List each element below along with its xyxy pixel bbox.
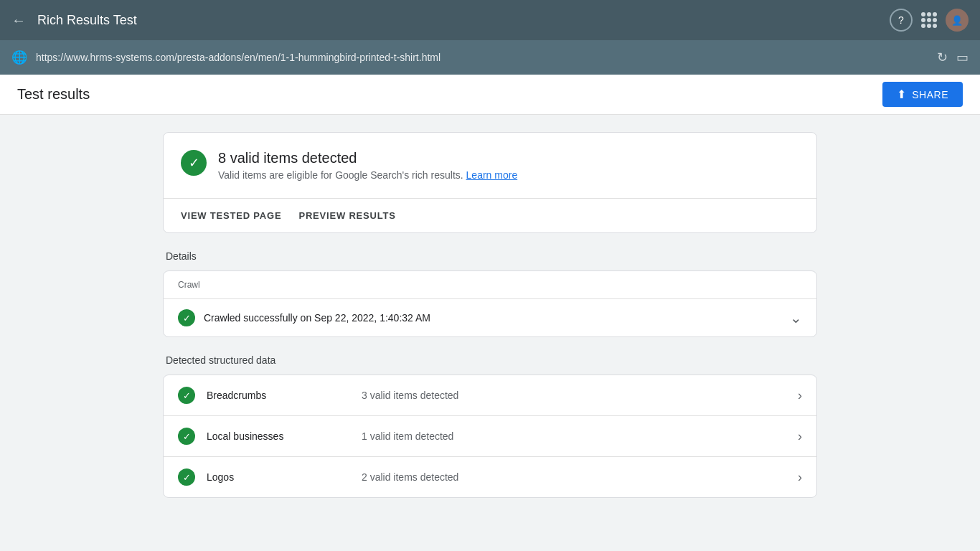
back-button[interactable]: ←	[11, 12, 26, 29]
nav-icons: ? 👤	[890, 9, 969, 32]
logos-label: Logos	[207, 471, 350, 483]
result-heading: 8 valid items detected	[218, 150, 517, 166]
local-businesses-count: 1 valid item detected	[362, 430, 786, 442]
page-title: Test results	[17, 86, 882, 103]
local-businesses-label: Local businesses	[207, 430, 350, 442]
url-actions: ↻ ▭	[937, 50, 969, 65]
avatar-label: 👤	[951, 15, 963, 26]
logos-expand-icon: ›	[798, 470, 802, 485]
crawl-text: Crawled successfully on Sep 22, 2022, 1:…	[204, 312, 781, 324]
logos-check-icon: ✓	[178, 468, 195, 486]
logos-count: 2 valid items detected	[362, 471, 786, 483]
breadcrumbs-label: Breadcrumbs	[207, 390, 350, 401]
reload-icon[interactable]: ↻	[937, 50, 948, 65]
structured-item-local-businesses[interactable]: ✓ Local businesses 1 valid item detected…	[164, 416, 816, 457]
breadcrumbs-count: 3 valid items detected	[362, 390, 786, 401]
breadcrumbs-check-icon: ✓	[178, 387, 195, 404]
structured-item-logos[interactable]: ✓ Logos 2 valid items detected ›	[164, 457, 816, 497]
result-description: Valid items are eligible for Google Sear…	[218, 169, 517, 181]
crawl-section-header: Crawl	[164, 271, 816, 299]
learn-more-link[interactable]: Learn more	[466, 169, 518, 181]
crawl-row: ✓ Crawled successfully on Sep 22, 2022, …	[164, 299, 816, 336]
breadcrumbs-expand-icon: ›	[798, 388, 802, 403]
app-title: Rich Results Test	[37, 13, 878, 28]
avatar[interactable]: 👤	[946, 9, 969, 32]
structured-card: ✓ Breadcrumbs 3 valid items detected › ✓…	[163, 375, 817, 498]
top-nav: ← Rich Results Test ? 👤	[0, 0, 980, 40]
structured-data-section: Detected structured data ✓ Breadcrumbs 3…	[163, 354, 817, 498]
details-section: Details Crawl ✓ Crawled successfully on …	[163, 250, 817, 337]
view-tested-page-link[interactable]: VIEW TESTED PAGE	[181, 210, 281, 221]
mobile-view-icon[interactable]: ▭	[956, 50, 969, 65]
url-display: https://www.hrms-systems.com/presta-addo…	[36, 52, 928, 63]
local-businesses-expand-icon: ›	[798, 429, 802, 444]
help-button[interactable]: ?	[890, 9, 913, 32]
back-icon: ←	[11, 12, 26, 29]
help-icon: ?	[898, 14, 904, 26]
apps-button[interactable]	[921, 12, 937, 28]
main-header: Test results ⬆ SHARE	[0, 75, 980, 115]
url-bar: 🌐 https://www.hrms-systems.com/presta-ad…	[0, 40, 980, 75]
share-icon: ⬆	[897, 88, 907, 101]
preview-results-link[interactable]: PREVIEW RESULTS	[298, 210, 395, 221]
crawl-expand-icon[interactable]: ⌄	[790, 309, 802, 326]
local-businesses-check-icon: ✓	[178, 428, 195, 445]
result-info: 8 valid items detected Valid items are e…	[218, 150, 517, 181]
result-header: ✓ 8 valid items detected Valid items are…	[164, 133, 816, 199]
structured-item-breadcrumbs[interactable]: ✓ Breadcrumbs 3 valid items detected ›	[164, 375, 816, 416]
share-label: SHARE	[912, 89, 948, 100]
result-actions: VIEW TESTED PAGE PREVIEW RESULTS	[164, 199, 816, 232]
result-card: ✓ 8 valid items detected Valid items are…	[163, 132, 817, 233]
success-icon: ✓	[181, 150, 207, 176]
details-section-label: Details	[163, 250, 817, 262]
content-area: ✓ 8 valid items detected Valid items are…	[146, 115, 834, 532]
details-card: Crawl ✓ Crawled successfully on Sep 22, …	[163, 270, 817, 337]
globe-icon: 🌐	[11, 50, 27, 65]
crawl-success-icon: ✓	[178, 309, 195, 326]
share-button[interactable]: ⬆ SHARE	[882, 82, 963, 107]
structured-section-label: Detected structured data	[163, 354, 817, 366]
